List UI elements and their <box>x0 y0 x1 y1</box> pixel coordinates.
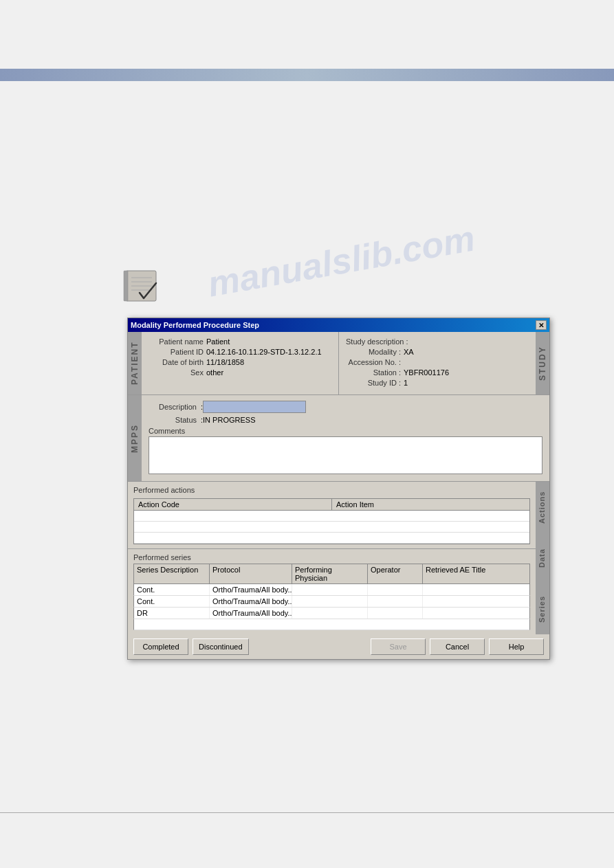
notebook-icon <box>120 268 162 306</box>
study-modality-label: Modality : <box>346 348 401 356</box>
svg-rect-1 <box>124 271 128 301</box>
series-row-2: DR Ortho/Trauma/All body... <box>133 608 530 619</box>
mpps-label: MPPS <box>128 395 142 481</box>
study-accession-label: Accession No. : <box>346 358 401 366</box>
right-labels: Actions Data Series <box>536 482 549 634</box>
series-row-1: Cont. Ortho/Trauma/All body... <box>133 596 530 608</box>
patient-id-label: Patient ID <box>149 348 204 356</box>
series-row-empty-1 <box>133 619 530 630</box>
series-side-label: Series <box>536 583 549 634</box>
study-modality-row: Modality : XA <box>346 348 529 356</box>
series-col-operator: Operator <box>368 564 423 583</box>
status-value: IN PROGRESS <box>203 416 255 424</box>
study-modality-value: XA <box>404 348 414 356</box>
patient-info: Patient name Patient Patient ID 04.12.16… <box>142 332 338 394</box>
study-desc-row: Study description : <box>346 337 529 346</box>
patient-name-row: Patient name Patient <box>149 337 331 346</box>
actions-row-2 <box>134 522 529 533</box>
save-button[interactable]: Save <box>371 638 426 655</box>
patient-name-value: Patient <box>206 337 230 346</box>
series-row-2-desc: DR <box>134 608 210 619</box>
top-bar <box>0 69 614 81</box>
series-row-0-protocol: Ortho/Trauma/All body... <box>210 584 292 595</box>
series-row-1-protocol: Ortho/Trauma/All body... <box>210 596 292 607</box>
close-button[interactable]: ✕ <box>536 320 547 330</box>
patient-id-row: Patient ID 04.12.16-10.11.29-STD-1.3.12.… <box>149 348 331 356</box>
series-row-2-physician <box>292 608 368 619</box>
help-button[interactable]: Help <box>489 638 544 655</box>
actions-col-code: Action Code <box>134 499 332 510</box>
dialog-title: Modality Performed Procedure Step <box>131 321 259 329</box>
study-station-value: YBFR001176 <box>404 368 449 377</box>
status-row: Status : IN PROGRESS <box>149 416 542 424</box>
dialog-buttons: Completed Discontinued Save Cancel Help <box>128 634 549 659</box>
study-id-value: 1 <box>404 379 408 387</box>
study-label: STUDY <box>536 332 549 394</box>
study-accession-row: Accession No. : <box>346 358 529 366</box>
patient-dob-value: 11/18/1858 <box>206 358 244 366</box>
dialog-window: Modality Performed Procedure Step ✕ PATI… <box>127 318 550 660</box>
actions-row-1 <box>134 511 529 522</box>
patient-sex-label: Sex <box>149 368 204 377</box>
series-row-1-ae <box>423 596 529 607</box>
lower-content: Performed actions Action Code Action Ite… <box>128 482 536 634</box>
patient-label: PATIENT <box>128 332 142 394</box>
study-desc-label: Study description : <box>346 337 408 346</box>
series-col-ae: Retrieved AE Title <box>423 564 529 583</box>
actions-col-item: Action Item <box>332 499 529 510</box>
bottom-bar <box>0 812 614 813</box>
series-row-0-operator <box>368 584 423 595</box>
study-id-label: Study ID : <box>346 379 401 387</box>
mpps-section: MPPS Description : Status : IN PROGRESS … <box>128 395 549 482</box>
series-row-0: Cont. Ortho/Trauma/All body... <box>133 584 530 596</box>
discontinued-button[interactable]: Discontinued <box>193 638 249 655</box>
patient-dob-label: Date of birth <box>149 358 204 366</box>
study-info: Study description : Modality : XA Access… <box>339 332 536 394</box>
description-input[interactable] <box>203 401 306 413</box>
series-row-2-operator <box>368 608 423 619</box>
dialog-titlebar: Modality Performed Procedure Step ✕ <box>128 318 549 332</box>
mpps-content: Description : Status : IN PROGRESS Comme… <box>142 395 549 481</box>
status-label: Status <box>149 416 197 424</box>
description-label: Description <box>149 403 197 411</box>
description-row: Description : <box>149 401 542 413</box>
actions-header-row: Performed actions <box>133 486 530 496</box>
actions-table: Action Code Action Item <box>133 498 530 544</box>
series-col-desc: Series Description <box>134 564 210 583</box>
actions-row-3 <box>134 533 529 544</box>
patient-dob-row: Date of birth 11/18/1858 <box>149 358 331 366</box>
patient-name-label: Patient name <box>149 337 204 346</box>
series-row-1-operator <box>368 596 423 607</box>
actions-title: Performed actions <box>133 486 195 494</box>
lower-section: Performed actions Action Code Action Ite… <box>128 482 549 634</box>
study-id-row: Study ID : 1 <box>346 379 529 387</box>
series-row-0-desc: Cont. <box>134 584 210 595</box>
watermark: manualslib.com <box>205 217 478 304</box>
actions-content: Performed actions Action Code Action Ite… <box>128 482 536 549</box>
series-row-2-ae <box>423 608 529 619</box>
patient-id-value: 04.12.16-10.11.29-STD-1.3.12.2.1 <box>206 348 322 356</box>
series-row-2-protocol: Ortho/Trauma/All body... <box>210 608 292 619</box>
series-table-header: Series Description Protocol Performing P… <box>133 564 530 584</box>
patient-sex-row: Sex other <box>149 368 331 377</box>
study-station-row: Station : YBFR001176 <box>346 368 529 377</box>
series-row-1-physician <box>292 596 368 607</box>
dialog-body: PATIENT Patient name Patient Patient ID … <box>128 332 549 659</box>
study-station-label: Station : <box>346 368 401 377</box>
completed-button[interactable]: Completed <box>133 638 188 655</box>
data-side-label: Data <box>536 533 549 583</box>
series-col-protocol: Protocol <box>210 564 292 583</box>
cancel-button[interactable]: Cancel <box>430 638 485 655</box>
patient-sex-value: other <box>206 368 223 377</box>
series-row-1-desc: Cont. <box>134 596 210 607</box>
actions-table-header: Action Code Action Item <box>134 499 529 511</box>
comments-label: Comments <box>149 427 542 435</box>
series-row-0-ae <box>423 584 529 595</box>
patient-study-section: PATIENT Patient name Patient Patient ID … <box>128 332 549 395</box>
series-col-physician: Performing Physician <box>292 564 368 583</box>
series-title: Performed series <box>133 553 530 561</box>
actions-side-label: Actions <box>536 482 549 533</box>
series-row-0-physician <box>292 584 368 595</box>
series-content: Performed series Series Description Prot… <box>128 549 536 634</box>
comments-textarea[interactable] <box>149 436 542 474</box>
